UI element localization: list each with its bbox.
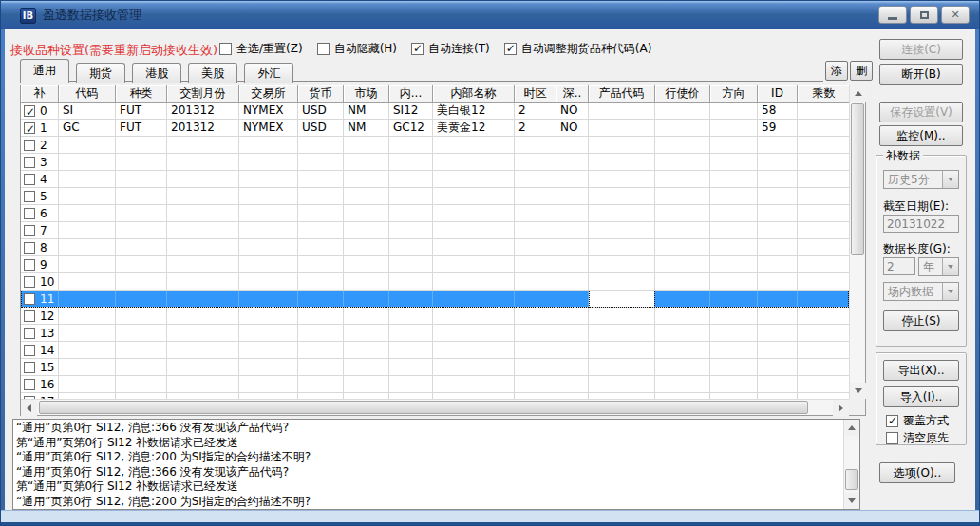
cell[interactable] [515,188,556,205]
table-row-3[interactable]: 3 [21,154,849,171]
cell[interactable] [655,171,710,188]
cell[interactable] [433,154,515,171]
table-row-1[interactable]: 1GCFUT201312NYMEXUSDNMGC12美黄金122NO59 [21,120,849,137]
cell[interactable]: 美黄金12 [433,120,515,137]
table-row-4[interactable]: 4 [21,171,849,188]
cell[interactable] [116,325,167,342]
cell[interactable] [589,154,655,171]
scroll-down-button[interactable] [844,493,859,509]
cell[interactable] [433,239,515,256]
log-vertical-scrollbar[interactable] [843,420,859,509]
table-row-10[interactable]: 10 [21,273,849,291]
cell[interactable] [798,256,849,273]
cell[interactable] [389,171,433,188]
cell[interactable] [298,222,344,239]
cell[interactable] [515,256,556,273]
cell[interactable] [344,256,389,273]
cell[interactable] [758,273,798,291]
overwrite-checkbox[interactable] [886,415,898,427]
cell[interactable] [298,188,344,205]
checkbox-auto-hide[interactable]: 自动隐藏(H) [317,41,397,57]
cell[interactable] [59,273,116,291]
cell[interactable] [239,222,298,239]
cell[interactable] [59,376,116,393]
cell[interactable] [116,205,167,222]
cell[interactable]: 2 [515,120,556,137]
cell[interactable]: 2 [515,103,556,120]
cell[interactable] [798,222,849,239]
column-header-1[interactable]: 代码 [59,85,116,103]
column-header-8[interactable]: 内部名称 [433,85,515,103]
cell[interactable] [389,137,433,154]
cell[interactable] [556,171,589,188]
cell[interactable] [515,291,556,308]
dropdown-button[interactable] [942,283,958,300]
import-button[interactable]: 导入(I).. [883,386,959,407]
cell[interactable] [239,137,298,154]
clear-checkbox[interactable] [886,432,898,444]
row-checkbox[interactable] [24,293,35,305]
connect-button[interactable]: 连接(C) [879,39,963,60]
cell[interactable] [167,137,239,154]
title-bar[interactable]: IB 盈透数据接收管理 ✕ [1,1,979,29]
cell[interactable] [298,256,344,273]
row-checkbox[interactable] [24,276,35,288]
cell[interactable] [589,342,655,359]
cell[interactable] [758,154,798,171]
cell[interactable] [515,205,556,222]
cell[interactable] [655,273,710,291]
column-header-10[interactable]: 深.. [556,85,589,103]
cell[interactable] [116,222,167,239]
cell[interactable] [655,222,710,239]
cell[interactable] [556,273,589,291]
cell[interactable] [239,359,298,376]
scroll-up-button[interactable] [850,85,866,102]
cell[interactable] [589,188,655,205]
cell[interactable] [515,359,556,376]
cell[interactable] [433,171,515,188]
cell[interactable] [116,291,167,308]
cell[interactable] [798,239,849,256]
cell[interactable] [59,154,116,171]
cell[interactable] [758,171,798,188]
auto-hide-checkbox[interactable] [317,43,330,55]
cell[interactable] [389,188,433,205]
cell[interactable] [239,256,298,273]
cell[interactable] [344,342,389,359]
cell[interactable] [758,188,798,205]
cell[interactable] [167,239,239,256]
cell[interactable] [433,222,515,239]
cell[interactable] [59,359,116,376]
cell[interactable] [556,137,589,154]
cell[interactable] [433,291,515,308]
auto-connect-checkbox[interactable] [411,43,424,55]
cell[interactable] [116,308,167,325]
cell[interactable] [389,359,433,376]
cell[interactable] [556,205,589,222]
cell[interactable] [167,171,239,188]
cell[interactable] [798,120,849,137]
cell[interactable] [433,205,515,222]
cell[interactable] [167,154,239,171]
cell[interactable] [710,120,758,137]
cell[interactable] [710,291,758,308]
table-row-15[interactable]: 15 [21,359,849,376]
clear-original-option[interactable]: 清空原先 [886,430,949,446]
table-row-11[interactable]: 11 [21,291,849,308]
cell[interactable] [59,222,116,239]
cell[interactable] [344,205,389,222]
cell[interactable] [433,376,515,393]
cell[interactable]: NYMEX [239,103,298,120]
cell[interactable] [556,188,589,205]
cell[interactable] [556,291,589,308]
cell[interactable] [116,359,167,376]
scroll-left-button[interactable] [21,400,37,416]
cell[interactable] [515,376,556,393]
cell[interactable] [59,325,116,342]
cell[interactable] [433,188,515,205]
cell[interactable] [655,256,710,273]
tab-hk-stock[interactable]: 港股 [132,63,181,83]
stop-button[interactable]: 停止(S) [883,310,959,331]
cell[interactable] [239,154,298,171]
cell[interactable] [655,103,710,120]
